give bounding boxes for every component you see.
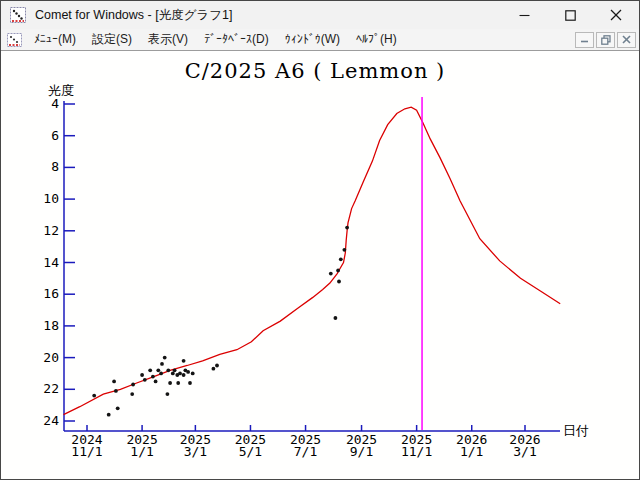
- observation-point: [112, 380, 116, 384]
- observation-point: [182, 359, 186, 363]
- y-tick-label: 4: [51, 96, 59, 111]
- observation-point: [166, 368, 170, 372]
- observation-point: [188, 381, 192, 385]
- menu-item-window[interactable]: ｳｨﾝﾄﾞｳ(W): [277, 29, 348, 50]
- mdi-minimize-icon: [580, 35, 589, 44]
- observation-point: [154, 380, 158, 384]
- observation-point: [212, 367, 216, 371]
- observation-point: [140, 373, 144, 377]
- y-tick-label: 22: [43, 381, 59, 396]
- observation-point: [92, 394, 96, 398]
- observation-point: [151, 375, 155, 379]
- menu-bar: ﾒﾆｭｰ(M)設定(S)表示(V)ﾃﾞｰﾀﾍﾞｰｽ(D)ｳｨﾝﾄﾞｳ(W)ﾍﾙﾌ…: [1, 29, 639, 51]
- menu-item-view[interactable]: 表示(V): [140, 28, 196, 52]
- observation-point: [329, 272, 333, 276]
- observation-point: [343, 248, 347, 252]
- observation-point: [159, 372, 163, 376]
- window-controls: [501, 1, 639, 29]
- light-curve-chart: C/2025 A6 ( Lemmon )46810121416182022242…: [1, 51, 639, 479]
- title-bar: Comet for Windows - [光度グラフ1]: [1, 1, 639, 29]
- mdi-restore-icon: [601, 35, 611, 45]
- y-tick-label: 18: [43, 318, 59, 333]
- y-tick-label: 6: [51, 128, 59, 143]
- app-icon: [10, 7, 26, 23]
- observation-point: [116, 406, 120, 410]
- x-tick-label-date: 11/1: [401, 444, 432, 459]
- y-tick-label: 16: [43, 286, 59, 301]
- y-tick-label: 20: [43, 350, 59, 365]
- observation-point: [186, 370, 190, 374]
- menu-item-menu[interactable]: ﾒﾆｭｰ(M): [26, 29, 84, 50]
- app-window: Comet for Windows - [光度グラフ1]: [0, 0, 640, 480]
- x-tick-label-date: 3/1: [184, 444, 207, 459]
- observation-point: [130, 392, 134, 396]
- close-button[interactable]: [593, 1, 639, 29]
- observation-point: [182, 373, 186, 377]
- observation-point: [336, 269, 340, 273]
- y-tick-label: 10: [43, 191, 59, 206]
- observation-point: [339, 257, 343, 261]
- observation-point: [168, 381, 172, 385]
- x-tick-label-date: 7/1: [294, 444, 317, 459]
- menu-item-settings[interactable]: 設定(S): [84, 28, 140, 52]
- maximize-icon: [565, 10, 576, 21]
- minimize-button[interactable]: [501, 1, 547, 29]
- observation-point: [163, 356, 167, 360]
- observation-point: [191, 372, 195, 376]
- observation-point: [107, 413, 111, 417]
- observation-point: [131, 383, 135, 387]
- menu-items: ﾒﾆｭｰ(M)設定(S)表示(V)ﾃﾞｰﾀﾍﾞｰｽ(D)ｳｨﾝﾄﾞｳ(W)ﾍﾙﾌ…: [26, 29, 575, 50]
- y-tick-label: 8: [51, 159, 59, 174]
- mdi-close-button[interactable]: [617, 32, 636, 48]
- x-tick-label-date: 9/1: [350, 444, 373, 459]
- document-chart-icon: [7, 33, 22, 47]
- observation-point: [156, 368, 160, 372]
- observation-point: [148, 368, 152, 372]
- mdi-window-controls: [575, 32, 636, 48]
- observation-point: [160, 362, 164, 366]
- observation-point: [114, 389, 118, 393]
- observation-point: [143, 378, 147, 382]
- x-tick-label-date: 1/1: [460, 444, 483, 459]
- x-tick-label-date: 11/1: [71, 444, 102, 459]
- observation-point: [166, 392, 170, 396]
- observation-point: [337, 280, 341, 284]
- observation-point: [176, 381, 180, 385]
- mdi-minimize-button[interactable]: [575, 32, 594, 48]
- y-tick-label: 24: [43, 413, 59, 428]
- observation-point: [345, 226, 349, 230]
- x-tick-label-date: 5/1: [239, 444, 262, 459]
- x-tick-label-date: 3/1: [513, 444, 536, 459]
- x-tick-label-date: 1/1: [130, 444, 153, 459]
- chart-area: C/2025 A6 ( Lemmon )46810121416182022242…: [1, 51, 639, 479]
- observation-point: [334, 316, 338, 320]
- observation-point: [173, 368, 177, 372]
- prediction-curve: [64, 107, 561, 415]
- y-axis-label: 光度: [48, 83, 74, 98]
- mdi-close-icon: [622, 35, 631, 44]
- maximize-button[interactable]: [547, 1, 593, 29]
- menu-item-help[interactable]: ﾍﾙﾌﾟ(H): [348, 29, 405, 50]
- y-tick-label: 12: [43, 223, 59, 238]
- observation-point: [215, 364, 219, 368]
- x-axis-label: 日付: [563, 423, 589, 438]
- minimize-icon: [519, 10, 530, 21]
- chart-title: C/2025 A6 ( Lemmon ): [185, 59, 446, 83]
- y-tick-label: 14: [43, 255, 59, 270]
- window-title: Comet for Windows - [光度グラフ1]: [35, 7, 501, 24]
- menu-item-database[interactable]: ﾃﾞｰﾀﾍﾞｰｽ(D): [196, 29, 277, 50]
- mdi-restore-button[interactable]: [596, 32, 615, 48]
- close-icon: [610, 9, 622, 21]
- observation-point: [178, 372, 182, 376]
